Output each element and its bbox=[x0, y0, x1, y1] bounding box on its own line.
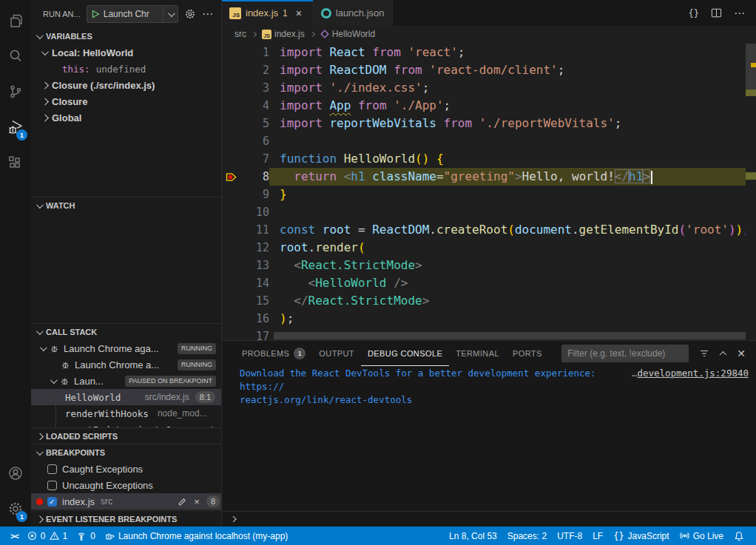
variable-row[interactable]: Closure bbox=[31, 93, 221, 109]
breakpoint-slot[interactable] bbox=[222, 150, 241, 168]
breakpoint-slot[interactable] bbox=[222, 44, 241, 61]
breakpoint-slot[interactable] bbox=[222, 257, 241, 274]
variables-header[interactable]: VARIABLES bbox=[31, 28, 221, 44]
breakpoint-slot[interactable] bbox=[222, 221, 241, 239]
split-editor-icon[interactable] bbox=[711, 7, 722, 18]
edit-breakpoint-icon[interactable] bbox=[178, 497, 187, 507]
code-line-content[interactable] bbox=[269, 132, 756, 150]
console-filter-input[interactable] bbox=[561, 345, 689, 362]
code-line-content[interactable]: import reportWebVitals from './reportWeb… bbox=[269, 115, 756, 132]
panel-tab-output[interactable]: OUTPUT bbox=[312, 341, 361, 366]
gutter[interactable]: 1 bbox=[222, 44, 269, 61]
gutter[interactable]: 13 bbox=[222, 257, 269, 274]
gutter[interactable]: 11 bbox=[222, 221, 269, 239]
launch-config-button[interactable]: Launch Chr bbox=[87, 5, 178, 23]
filter-icon[interactable] bbox=[699, 348, 709, 359]
gutter[interactable]: 17 bbox=[222, 328, 269, 340]
debug-status[interactable]: Launch Chrome against localhost (my-app) bbox=[100, 527, 292, 545]
gutter[interactable]: 12 bbox=[222, 239, 269, 257]
source-control-icon[interactable] bbox=[0, 74, 31, 109]
breakpoint-checkbox[interactable] bbox=[47, 464, 57, 474]
breakpoint-slot[interactable] bbox=[222, 97, 241, 115]
call-stack-header[interactable]: CALL STACK bbox=[31, 324, 221, 340]
code-line-content[interactable]: ); bbox=[269, 310, 756, 328]
code-line-content[interactable]: return <h1 className="greeting">Hello, w… bbox=[269, 168, 756, 186]
gutter[interactable]: 4 bbox=[222, 97, 269, 115]
gutter[interactable]: 15 bbox=[222, 292, 269, 310]
vertical-scrollbar[interactable] bbox=[746, 44, 756, 92]
remote-indicator[interactable]: >< bbox=[6, 527, 23, 545]
tab-launch.json[interactable]: launch.json bbox=[314, 0, 393, 26]
breakpoint-checkbox[interactable] bbox=[47, 481, 57, 490]
close-icon[interactable]: × bbox=[292, 7, 306, 19]
debug-console-output[interactable]: Download the React DevTools for a better… bbox=[222, 366, 756, 511]
run-and-debug-icon[interactable]: 1 bbox=[0, 109, 31, 145]
breadcrumb-file[interactable]: JSindex.js bbox=[262, 29, 305, 39]
go-live-button[interactable]: Go Live bbox=[675, 527, 728, 545]
breadcrumb-symbol[interactable]: HelloWorld bbox=[320, 29, 375, 39]
search-icon[interactable] bbox=[0, 38, 31, 74]
problems-status[interactable]: 0 1 bbox=[23, 527, 72, 545]
gutter[interactable]: 14 bbox=[222, 274, 269, 292]
code-line-content[interactable]: const root = ReactDOM.createRoot(documen… bbox=[269, 221, 756, 239]
breakpoint-slot[interactable] bbox=[222, 274, 241, 292]
callstack-session-row[interactable]: Launch Chrome a...RUNNING bbox=[31, 356, 221, 373]
ports-status[interactable]: 0 bbox=[72, 527, 100, 545]
breakpoint-slot[interactable] bbox=[222, 328, 241, 340]
callstack-session-row[interactable]: Launch Chrome aga...RUNNING bbox=[31, 340, 221, 356]
code-line-content[interactable]: import App from './App'; bbox=[269, 97, 756, 115]
breakpoint-slot[interactable] bbox=[222, 115, 241, 132]
close-panel-icon[interactable]: ✕ bbox=[737, 348, 746, 359]
settings-gear-icon[interactable]: 1 bbox=[0, 491, 31, 527]
breakpoint-row[interactable]: Uncaught Exceptions bbox=[31, 477, 221, 493]
tab-index.js[interactable]: JSindex.js1× bbox=[222, 0, 314, 26]
breakpoint-row[interactable]: Caught Exceptions bbox=[31, 461, 221, 477]
account-icon[interactable] bbox=[0, 456, 31, 491]
cursor-position[interactable]: Ln 8, Col 53 bbox=[445, 527, 502, 545]
horizontal-scrollbar[interactable] bbox=[274, 332, 746, 339]
gutter[interactable]: 16 bbox=[222, 310, 269, 328]
more-actions-icon[interactable]: ⋯ bbox=[202, 7, 214, 21]
variable-row[interactable]: Local: HelloWorld bbox=[31, 44, 221, 61]
code-line-content[interactable]: import './index.css'; bbox=[269, 79, 756, 97]
breakpoint-row[interactable]: ✓index.jssrc×8 bbox=[31, 493, 221, 510]
code-line-content[interactable]: </React.StrictMode> bbox=[269, 292, 756, 310]
breakpoints-header[interactable]: BREAKPOINTS bbox=[31, 444, 221, 461]
gutter[interactable]: 3 bbox=[222, 79, 269, 97]
gutter[interactable]: 9 bbox=[222, 186, 269, 203]
breakpoint-slot[interactable] bbox=[222, 79, 241, 97]
maximize-panel-icon[interactable] bbox=[720, 351, 726, 356]
gutter[interactable]: 6 bbox=[222, 132, 269, 150]
code-line-content[interactable]: root.render( bbox=[269, 239, 756, 257]
sticky-scroll-icon[interactable]: {} bbox=[689, 8, 699, 18]
breakpoint-slot[interactable] bbox=[222, 61, 241, 79]
breakpoint-slot[interactable] bbox=[222, 203, 241, 221]
code-line-content[interactable]: import React from 'react'; bbox=[269, 44, 756, 61]
variable-row[interactable]: Global bbox=[31, 109, 221, 126]
code-editor[interactable]: 1import React from 'react';2import React… bbox=[222, 42, 756, 340]
callstack-frame-row[interactable]: HelloWorldsrc/index.js8:1 bbox=[31, 389, 221, 405]
notifications-bell-icon[interactable] bbox=[729, 527, 749, 545]
event-listener-breakpoints-header[interactable]: EVENT LISTENER BREAKPOINTS bbox=[31, 511, 221, 527]
breadcrumb-folder[interactable]: src bbox=[234, 29, 246, 39]
code-line-content[interactable]: <React.StrictMode> bbox=[269, 257, 756, 274]
gutter[interactable]: 8 bbox=[222, 168, 269, 186]
breakpoint-slot[interactable] bbox=[222, 310, 241, 328]
launch-config-dropdown[interactable] bbox=[163, 6, 178, 22]
breakpoint-slot[interactable] bbox=[222, 186, 241, 203]
overview-ruler[interactable] bbox=[746, 42, 756, 340]
code-line-content[interactable]: import ReactDOM from 'react-dom/client'; bbox=[269, 61, 756, 79]
panel-tab-debug-console[interactable]: DEBUG CONSOLE bbox=[361, 341, 449, 366]
breakpoint-slot[interactable] bbox=[222, 239, 241, 257]
panel-tab-problems[interactable]: PROBLEMS1 bbox=[235, 341, 312, 366]
code-line-content[interactable]: <HelloWorld /> bbox=[269, 274, 756, 292]
panel-tab-terminal[interactable]: TERMINAL bbox=[449, 341, 506, 366]
debug-console-input[interactable] bbox=[222, 511, 756, 527]
encoding[interactable]: UTF-8 bbox=[553, 527, 587, 545]
gutter[interactable]: 7 bbox=[222, 150, 269, 168]
debug-settings-gear-icon[interactable] bbox=[184, 8, 196, 20]
eol-sequence[interactable]: LF bbox=[588, 527, 607, 545]
current-breakpoint-icon[interactable] bbox=[222, 168, 241, 186]
console-source-link[interactable]: …development.js:29840 bbox=[632, 367, 749, 393]
panel-tab-ports[interactable]: PORTS bbox=[506, 341, 549, 366]
